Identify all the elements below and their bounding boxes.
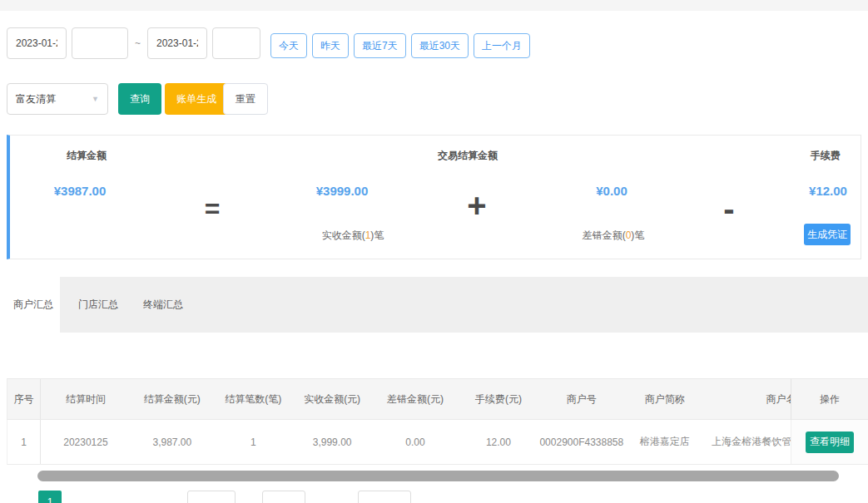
row-error-amount: 0.00 — [372, 420, 459, 464]
table-header: 序号 结算时间 结算金额(元) 结算笔数(笔) 实收金额(元) 差错金额(元) … — [7, 378, 868, 420]
received-prefix: 实收金额( — [322, 229, 365, 241]
row-settle-time: 20230125 — [41, 420, 131, 464]
settle-amount-label: 结算金额 — [67, 149, 107, 163]
received-count: 1 — [365, 229, 371, 241]
quick-last7-button[interactable]: 最近7天 — [354, 33, 406, 58]
start-time-input[interactable] — [72, 27, 128, 59]
col-fee: 手续费(元) — [459, 379, 538, 419]
tab-store-summary[interactable]: 门店汇总 — [72, 277, 125, 333]
start-date-input[interactable] — [7, 27, 67, 59]
col-action: 操作 — [791, 378, 868, 420]
generate-bill-button[interactable]: 账单生成 — [165, 83, 228, 115]
col-error-amount: 差错金额(元) — [372, 379, 459, 419]
end-time-input[interactable] — [212, 27, 260, 59]
quick-range-buttons: 今天 昨天 最近7天 最近30天 上一个月 — [270, 33, 530, 58]
plus-operator: + — [467, 187, 486, 224]
end-date-input[interactable] — [147, 27, 207, 59]
col-settle-time: 结算时间 — [41, 379, 131, 419]
error-prefix: 差错金额( — [583, 229, 626, 241]
channel-select[interactable]: 富友清算 ▼ — [7, 83, 108, 115]
col-received-amount: 实收金额(元) — [293, 379, 372, 419]
quick-last30-button[interactable]: 最近30天 — [411, 33, 469, 58]
date-range-filter: ~ — [7, 27, 260, 59]
row-merchant-short: 榕港嘉定店 — [625, 420, 704, 464]
channel-select-value: 富友清算 — [16, 92, 56, 106]
range-separator: ~ — [135, 37, 141, 49]
settle-amount-value: ¥3987.00 — [54, 184, 107, 198]
col-merchant-short: 商户简称 — [625, 379, 704, 419]
generate-voucher-button[interactable]: 生成凭证 — [804, 224, 851, 245]
col-settle-amount: 结算金额(元) — [131, 379, 214, 419]
received-count-label: 实收金额(1)笔 — [322, 229, 384, 243]
settlement-summary-panel: 结算金额 ¥3987.00 = 交易结算金额 ¥3999.00 实收金额(1)笔… — [7, 135, 861, 259]
error-suffix: )笔 — [631, 229, 644, 241]
equals-operator: = — [205, 194, 221, 224]
received-amount-value: ¥3999.00 — [316, 184, 369, 198]
top-strip — [0, 0, 868, 11]
settlement-page: ~ 今天 昨天 最近7天 最近30天 上一个月 富友清算 ▼ 查询 账单生成 重… — [0, 0, 868, 503]
minus-operator: - — [723, 190, 734, 228]
col-settle-count: 结算笔数(笔) — [214, 379, 293, 419]
trade-settle-label: 交易结算金额 — [438, 149, 498, 163]
pagination-jump-input[interactable] — [262, 491, 305, 503]
received-suffix: )笔 — [370, 229, 384, 241]
horizontal-scrollbar[interactable] — [37, 471, 839, 481]
pagination-size-select[interactable] — [187, 491, 236, 503]
fee-label: 手续费 — [811, 149, 841, 163]
quick-lastmonth-button[interactable]: 上一个月 — [474, 33, 530, 58]
pagination-extra-box[interactable] — [358, 491, 411, 503]
row-settle-count: 1 — [214, 420, 293, 464]
error-count-label: 差错金额(0)笔 — [583, 229, 645, 243]
view-detail-button[interactable]: 查看明细 — [806, 431, 854, 453]
chevron-down-icon: ▼ — [92, 95, 99, 103]
col-seq: 序号 — [7, 379, 41, 419]
row-seq: 1 — [7, 420, 41, 464]
quick-today-button[interactable]: 今天 — [270, 33, 307, 58]
row-settle-amount: 3,987.00 — [131, 420, 214, 464]
table-row: 1 20230125 3,987.00 1 3,999.00 0.00 12.0… — [7, 420, 868, 465]
row-merchant-no: 0002900F4338858 — [538, 420, 625, 464]
quick-yesterday-button[interactable]: 昨天 — [312, 33, 349, 58]
fee-amount-value: ¥12.00 — [809, 184, 847, 198]
action-cell: 查看明细 — [791, 420, 868, 465]
row-fee: 12.00 — [459, 420, 538, 464]
col-merchant-no: 商户号 — [538, 379, 625, 419]
summary-tabs: 商户汇总 门店汇总 终端汇总 — [7, 277, 868, 333]
row-received-amount: 3,999.00 — [293, 420, 372, 464]
pagination-active-page[interactable]: 1 — [38, 491, 62, 503]
error-count: 0 — [626, 229, 632, 241]
reset-button[interactable]: 重置 — [223, 83, 268, 115]
tab-terminal-summary[interactable]: 终端汇总 — [136, 277, 190, 333]
error-amount-value: ¥0.00 — [596, 184, 627, 198]
tab-merchant-summary[interactable]: 商户汇总 — [7, 277, 60, 333]
action-column: 操作 查看明细 — [791, 378, 868, 465]
query-button[interactable]: 查询 — [118, 83, 161, 115]
